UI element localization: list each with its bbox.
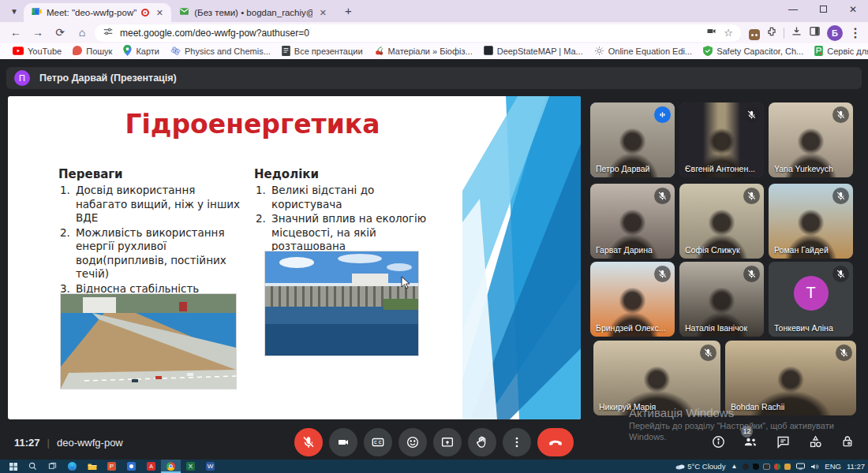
bookmark-star-icon[interactable]: ☆: [724, 27, 733, 39]
end-call-button[interactable]: [537, 428, 574, 456]
present-button[interactable]: [433, 428, 462, 456]
downloads-icon[interactable]: [791, 25, 803, 40]
tray-expand-chevron[interactable]: ▲: [731, 463, 737, 470]
participant-name: Гарват Дарина: [596, 245, 653, 255]
search-taskbar-icon[interactable]: [23, 460, 43, 473]
reload-button[interactable]: ⟳: [51, 24, 69, 43]
browser-window: ▼ Meet: "deo-wwfg-pow" ✕ (Без теми) • bo…: [0, 0, 868, 59]
host-controls-button[interactable]: [838, 432, 857, 451]
atom-icon: [170, 46, 181, 58]
svg-text:C: C: [374, 440, 377, 445]
disadvantages-column: Недоліки Великі відстані до користувачаЗ…: [254, 167, 437, 255]
gmail-favicon: [179, 6, 189, 20]
mic-off-button[interactable]: [294, 428, 323, 456]
bookmark-item[interactable]: Сервіс для перевір...: [810, 45, 868, 58]
muted-mic-icon: [654, 266, 671, 282]
more-options-button[interactable]: [503, 428, 531, 456]
browser-menu-icon[interactable]: ⋮: [849, 25, 862, 40]
edge-taskbar-icon[interactable]: [62, 460, 82, 473]
map-dark-icon: [484, 46, 493, 57]
participant-name: Євгеній Антонен...: [685, 164, 755, 173]
pdf-app-taskbar-icon[interactable]: A: [141, 460, 161, 473]
window-minimize-button[interactable]: —: [778, 0, 808, 20]
participant-tile[interactable]: ТТонкевич Аліна: [769, 262, 853, 337]
raise-hand-button[interactable]: [468, 428, 496, 456]
language-indicator[interactable]: ENG: [825, 462, 841, 471]
participant-name: Тонкевич Аліна: [774, 323, 833, 333]
tab-search-chevron-icon[interactable]: ▼: [5, 2, 24, 20]
participant-tile[interactable]: Наталія Іванічок: [679, 262, 764, 337]
photos-taskbar-icon[interactable]: [122, 460, 141, 473]
camera-in-use-icon[interactable]: [705, 25, 717, 40]
bookmark-label: YouTube: [28, 47, 62, 56]
extension-owl-icon[interactable]: [749, 25, 760, 41]
bookmark-item[interactable]: Все презентации: [277, 45, 368, 58]
slide-decoration: [462, 96, 581, 419]
participant-tile[interactable]: Бриндзей Олекс...: [590, 262, 675, 337]
file-explorer-taskbar-icon[interactable]: [82, 460, 102, 473]
reactions-button[interactable]: [398, 428, 427, 456]
tab-meet[interactable]: Meet: "deo-wwfg-pow" ✕: [24, 3, 171, 22]
participant-tile[interactable]: Роман Гайдей: [769, 184, 853, 259]
side-panel-icon[interactable]: [809, 25, 821, 40]
network-icon[interactable]: [796, 463, 805, 470]
advantages-heading: Переваги: [58, 167, 246, 181]
disadvantages-heading: Недоліки: [254, 167, 437, 181]
bookmark-item[interactable]: Карти: [118, 44, 164, 58]
participant-tile[interactable]: Bohdan Rachii: [725, 341, 856, 415]
browser-toolbar: ← → ⟳ ⌂ meet.google.com/deo-wwfg-pow?aut…: [0, 22, 868, 43]
powerpoint-taskbar-icon[interactable]: P: [102, 460, 122, 473]
info-button[interactable]: [709, 432, 728, 451]
excel-taskbar-icon[interactable]: X: [181, 460, 200, 473]
participant-tile[interactable]: Софія Слижук: [679, 184, 764, 259]
participant-tile[interactable]: Гарват Дарина: [590, 184, 675, 259]
camera-button[interactable]: [329, 428, 357, 456]
extensions-puzzle-icon[interactable]: [766, 26, 777, 40]
bookmark-item[interactable]: Physics and Chemis...: [166, 45, 275, 58]
word-taskbar-icon[interactable]: W: [200, 460, 220, 473]
meet-control-bar: 11:27 | deo-wwfg-pow CC 12: [0, 426, 868, 460]
svg-text:C: C: [379, 440, 382, 445]
gear-icon: [594, 46, 604, 58]
muted-mic-icon: [743, 266, 760, 282]
muted-mic-icon: [700, 345, 716, 361]
profile-avatar[interactable]: Б: [827, 25, 843, 41]
tab-close-icon[interactable]: ✕: [154, 7, 165, 18]
taskbar-clock[interactable]: 11:27: [847, 462, 865, 471]
system-tray-icons[interactable]: [743, 464, 791, 470]
chat-button[interactable]: [773, 432, 792, 451]
bookmark-item[interactable]: Online Equation Edi...: [589, 45, 697, 58]
task-view-taskbar-icon[interactable]: [43, 460, 62, 473]
tab-gmail-compose[interactable]: (Без теми) • bogdan_rachiy@u ✕: [171, 3, 335, 22]
address-bar[interactable]: meet.google.com/deo-wwfg-pow?authuser=0 …: [95, 24, 741, 42]
forward-button[interactable]: →: [28, 24, 47, 43]
shared-presentation[interactable]: Гідроенергетика Переваги Досвід використ…: [8, 96, 581, 419]
bookmark-item[interactable]: Safety Capacitor, Ch...: [698, 45, 808, 58]
bookmark-label: Карти: [136, 47, 159, 56]
chrome-taskbar-icon[interactable]: [161, 460, 181, 473]
participant-tile[interactable]: Yana Yurkevych: [769, 102, 853, 177]
tab-close-icon[interactable]: ✕: [317, 7, 328, 18]
volume-icon[interactable]: [810, 463, 819, 471]
new-tab-button[interactable]: +: [339, 2, 357, 20]
participant-name: Бриндзей Олекс...: [596, 323, 666, 333]
participant-tile[interactable]: Євгеній Антонен...: [679, 102, 764, 177]
back-button[interactable]: ←: [6, 24, 25, 43]
captions-button[interactable]: CC: [364, 428, 392, 456]
bookmark-item[interactable]: Матеріали » Біофіз...: [369, 45, 477, 58]
start-button[interactable]: [3, 460, 23, 473]
people-button[interactable]: 12: [741, 432, 760, 451]
participant-tile[interactable]: Никируй Марія: [593, 341, 720, 415]
window-close-button[interactable]: ✕: [838, 0, 868, 20]
activities-button[interactable]: [806, 432, 825, 451]
window-maximize-button[interactable]: [808, 0, 838, 20]
site-settings-icon[interactable]: [103, 26, 114, 40]
weather-widget[interactable]: 5°C Cloudy: [675, 462, 725, 471]
participant-tile[interactable]: Петро Дарвай: [590, 102, 675, 177]
url-text: meet.google.com/deo-wwfg-pow?authuser=0: [120, 28, 699, 39]
home-button[interactable]: ⌂: [73, 24, 92, 43]
bookmark-item[interactable]: YouTube: [8, 46, 66, 58]
cherry-icon: [374, 46, 384, 58]
bookmark-item[interactable]: Пошук: [68, 45, 117, 58]
bookmark-item[interactable]: DeepStateMAP | Ma...: [479, 45, 588, 58]
